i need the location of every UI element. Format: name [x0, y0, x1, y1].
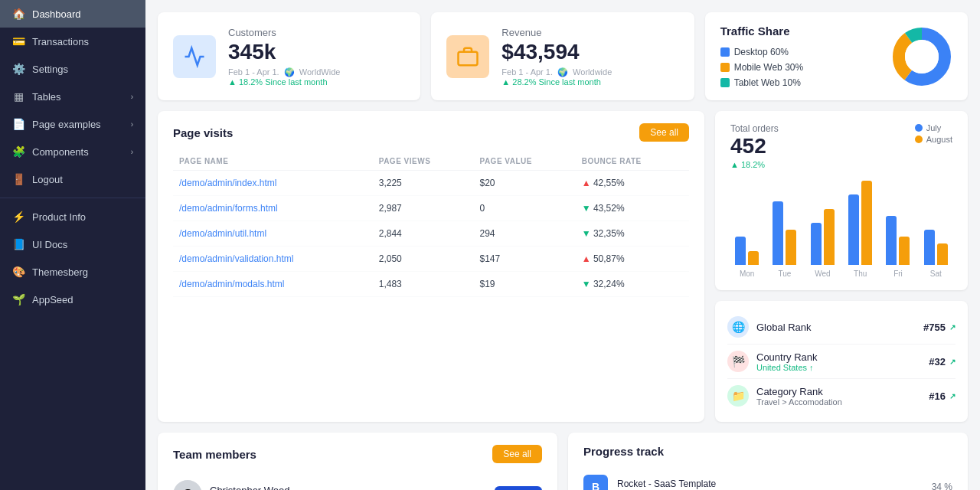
legend-mobile: Mobile Web 30% [720, 62, 876, 73]
bounce-rate: ▲ 42,55% [576, 171, 689, 196]
sidebar-item-components[interactable]: 🧩 Components › [0, 138, 145, 165]
revenue-globe-icon: 🌍 [557, 67, 568, 77]
team-list: C Christopher Wood Online ✉ Invite J Jos… [173, 474, 542, 490]
logout-icon: 🚪 [12, 173, 24, 185]
progress-card: Progress track B Rocket - SaaS Template … [568, 433, 968, 490]
team-see-all-button[interactable]: See all [492, 445, 542, 463]
table-row: /demo/admin/index.html 3,225 $20 ▲ 42,55… [173, 171, 689, 196]
july-bar [811, 223, 822, 265]
table-row: /demo/admin/validation.html 2,050 $147 ▲… [173, 247, 689, 272]
july-bar [924, 230, 935, 265]
mobile-label: Mobile Web 30% [734, 62, 804, 73]
sidebar-item-logout[interactable]: 🚪 Logout [0, 165, 145, 193]
page-visits-table: Page Name Page Views Page Value Bounce R… [173, 152, 689, 297]
orders-card: Total orders 452 ▲ 18.2% July August [715, 111, 968, 290]
svg-rect-0 [459, 51, 478, 65]
avatar: C [173, 480, 202, 490]
country-rank-icon: 🏁 [727, 351, 749, 372]
page-visits-title: Page visits [173, 126, 233, 139]
revenue-sub: Feb 1 - Apr 1. 🌍 Worldwide ▲ 28.2% Since… [501, 67, 678, 87]
col-bounce-rate: Bounce Rate [576, 152, 689, 171]
revenue-card: Revenue $43,594 Feb 1 - Apr 1. 🌍 Worldwi… [431, 12, 694, 100]
bar-label: Mon [740, 270, 754, 278]
customers-card: Customers 345k Feb 1 - Apr 1. 🌍 WorldWid… [158, 12, 420, 100]
page-value: $20 [473, 171, 575, 196]
sidebar-label-ui-docs: UI Docs [32, 239, 67, 250]
sidebar-item-dashboard[interactable]: 🏠 Dashboard [0, 0, 145, 28]
july-dot [915, 124, 923, 132]
col-page-views: Page Views [373, 152, 474, 171]
sidebar-item-tables[interactable]: ▦ Tables › [0, 83, 145, 110]
sidebar-item-page-examples[interactable]: 📄 Page examples › [0, 110, 145, 138]
page-name: /demo/admin/validation.html [173, 247, 373, 272]
sidebar-label-settings: Settings [32, 64, 68, 75]
page-value: 294 [473, 221, 575, 247]
orders-label: Total orders [730, 123, 779, 134]
components-icon: 🧩 [12, 145, 24, 158]
stats-row: Customers 345k Feb 1 - Apr 1. 🌍 WorldWid… [158, 12, 968, 100]
list-item: B Rocket - SaaS Template 34 % [583, 469, 952, 490]
down-arrow-icon: ▼ [582, 203, 591, 214]
appseed-icon: 🌱 [12, 293, 24, 305]
page-value: 0 [473, 196, 575, 221]
page-views: 1,483 [373, 272, 474, 297]
sidebar-item-appseed[interactable]: 🌱 AppSeed [0, 286, 145, 313]
customers-label: Customers [228, 27, 405, 38]
progress-pct: 34 % [925, 482, 952, 490]
sidebar-label-tables: Tables [32, 91, 61, 103]
tables-icon: ▦ [12, 90, 24, 103]
july-bar [735, 237, 746, 265]
page-views: 3,225 [373, 171, 474, 196]
member-info: Christopher Wood Online [210, 485, 487, 491]
sidebar-item-ui-docs[interactable]: 📘 UI Docs [0, 230, 145, 258]
sidebar-item-product-info[interactable]: ⚡ Product Info [0, 203, 145, 230]
august-dot [915, 136, 923, 143]
team-header: Team members See all [173, 445, 542, 463]
customers-region: WorldWide [299, 67, 341, 77]
orders-left: Total orders 452 ▲ 18.2% [730, 123, 779, 169]
ranks-card: 🌐 Global Rank #755 ↗ 🏁 Country Rank Unit… [715, 301, 968, 422]
page-visits-card: Page visits See all Page Name Page Views… [158, 111, 704, 422]
page-views: 2,987 [373, 196, 474, 221]
col-page-value: Page Value [473, 152, 575, 171]
up-arrow-icon: ▲ [582, 178, 591, 188]
revenue-region: Worldwide [573, 67, 612, 77]
category-rank-name: Category Rank [756, 386, 929, 397]
category-rank-info: Category Rank Travel > Accomodation [756, 386, 929, 407]
invite-button[interactable]: ✉ Invite [495, 486, 542, 491]
category-rank-icon: 📁 [727, 385, 749, 407]
main-content: Customers 345k Feb 1 - Apr 1. 🌍 WorldWid… [145, 0, 980, 490]
page-views: 2,050 [373, 247, 474, 272]
traffic-legend: Desktop 60% Mobile Web 30% Tablet Web 10… [720, 47, 876, 88]
legend-august: August [915, 135, 952, 144]
august-label: August [926, 135, 952, 144]
revenue-label: Revenue [501, 27, 678, 38]
desktop-label: Desktop 60% [734, 47, 789, 57]
category-rank-trend: ↗ [949, 392, 956, 400]
globe-icon: 🌍 [284, 67, 295, 77]
sidebar-label-page-examples: Page examples [32, 119, 101, 130]
revenue-value: $43,594 [501, 40, 678, 64]
sidebar-item-themesberg[interactable]: 🎨 Themesberg [0, 258, 145, 286]
bar-label: Fri [893, 270, 903, 278]
page-name: /demo/admin/forms.html [173, 196, 373, 221]
august-bar [937, 243, 948, 265]
orders-value: 452 [730, 134, 779, 158]
traffic-donut [891, 26, 952, 87]
tablet-dot [720, 78, 730, 87]
august-bar [786, 230, 796, 265]
page-name: /demo/admin/modals.html [173, 272, 373, 297]
orders-legend: July August [915, 123, 952, 144]
page-value: $147 [473, 247, 575, 272]
global-rank-info: Global Rank [756, 322, 923, 333]
orders-header: Total orders 452 ▲ 18.2% July August [730, 123, 952, 169]
sidebar-item-settings[interactable]: ⚙️ Settings [0, 55, 145, 83]
country-rank-value: #32 ↗ [929, 356, 956, 368]
progress-title: Progress track [583, 445, 664, 458]
components-arrow-icon: › [131, 148, 133, 156]
bounce-rate: ▼ 32,24% [576, 272, 689, 297]
page-visits-see-all-button[interactable]: See all [639, 123, 689, 142]
sidebar-item-transactions[interactable]: 💳 Transactions [0, 28, 145, 55]
bar-group: Fri [881, 216, 914, 278]
traffic-title: Traffic Share [720, 24, 876, 38]
